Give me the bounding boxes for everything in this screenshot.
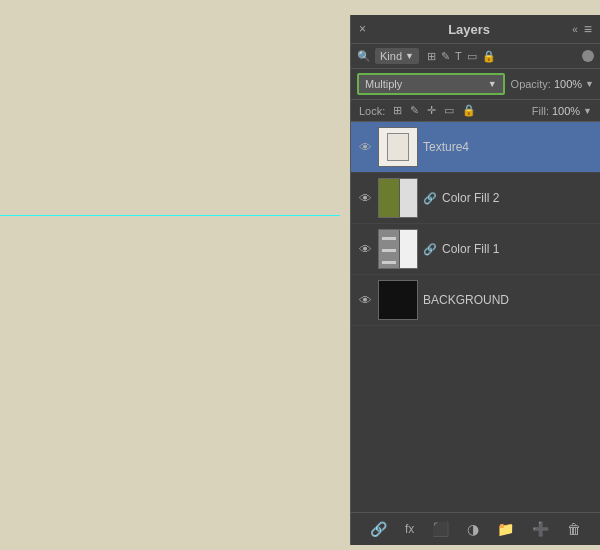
opacity-value[interactable]: 100%: [554, 78, 582, 90]
adjustment-filter-icon[interactable]: 🔒: [482, 50, 496, 63]
layer-name: Color Fill 2: [442, 191, 594, 205]
layer-name: Texture4: [423, 140, 594, 154]
group-layers-icon[interactable]: 📁: [497, 521, 514, 537]
opacity-group: Opacity: 100% ▼: [511, 78, 594, 90]
layer-thumbnail: [378, 229, 418, 269]
collapse-icon[interactable]: «: [572, 24, 578, 35]
fx-icon[interactable]: fx: [405, 522, 414, 536]
opacity-chevron-icon[interactable]: ▼: [585, 79, 594, 89]
thumb-right: [399, 179, 418, 218]
panel-header: × Layers « ≡: [351, 15, 600, 44]
delete-layer-icon[interactable]: 🗑: [567, 521, 581, 537]
panel-menu-button[interactable]: ≡: [584, 21, 592, 37]
fill-label: Fill:: [532, 105, 549, 117]
blend-mode-value: Multiply: [365, 78, 402, 90]
lock-position-icon[interactable]: ✎: [410, 104, 419, 117]
layer-visibility-toggle[interactable]: 👁: [357, 241, 373, 257]
thumb-right: [399, 230, 418, 269]
opacity-label: Opacity:: [511, 78, 551, 90]
layer-item[interactable]: 👁 Texture4: [351, 122, 600, 173]
search-icon: 🔍: [357, 50, 371, 63]
layer-mask-icon[interactable]: ⬛: [432, 521, 449, 537]
layer-link-icon: 🔗: [423, 192, 437, 205]
blend-row: Multiply ▼ Opacity: 100% ▼: [351, 69, 600, 100]
layers-panel: × Layers « ≡ 🔍 Kind ▼ ⊞ ✎ T ▭ 🔒 Multiply…: [350, 15, 600, 545]
layer-name: Color Fill 1: [442, 242, 594, 256]
layer-visibility-toggle[interactable]: 👁: [357, 292, 373, 308]
thumb-left: [379, 179, 399, 218]
lock-move-icon[interactable]: ✛: [427, 104, 436, 117]
panel-close-button[interactable]: ×: [359, 22, 366, 36]
kind-dropdown[interactable]: Kind ▼: [375, 48, 419, 64]
lock-icons: ⊞ ✎ ✛ ▭ 🔒: [393, 104, 476, 117]
kind-label: Kind: [380, 50, 402, 62]
new-layer-icon[interactable]: ➕: [532, 521, 549, 537]
layer-name: BACKGROUND: [423, 293, 594, 307]
layer-link-icon: 🔗: [423, 243, 437, 256]
layer-visibility-toggle[interactable]: 👁: [357, 139, 373, 155]
guide-line: [0, 215, 340, 216]
lock-all-icon[interactable]: 🔒: [462, 104, 476, 117]
layer-thumbnail: [378, 280, 418, 320]
panel-header-icons: « ≡: [572, 21, 592, 37]
blend-chevron-icon: ▼: [488, 79, 497, 89]
layer-item[interactable]: 👁 BACKGROUND: [351, 275, 600, 326]
thumb-left: [379, 230, 399, 269]
blend-mode-dropdown[interactable]: Multiply ▼: [357, 73, 505, 95]
text-filter-icon[interactable]: T: [455, 50, 462, 62]
lock-artboard-icon[interactable]: ▭: [444, 104, 454, 117]
kind-chevron-icon: ▼: [405, 51, 414, 61]
brush-filter-icon[interactable]: ✎: [441, 50, 450, 63]
adjustment-layer-icon[interactable]: ◑: [467, 521, 479, 537]
layer-visibility-toggle[interactable]: 👁: [357, 190, 373, 206]
pixel-filter-icon[interactable]: ⊞: [427, 50, 436, 63]
layer-thumbnail: [378, 178, 418, 218]
filter-toggle[interactable]: [582, 50, 594, 62]
bottom-toolbar: 🔗 fx ⬛ ◑ 📁 ➕ 🗑: [351, 512, 600, 545]
filter-row: 🔍 Kind ▼ ⊞ ✎ T ▭ 🔒: [351, 44, 600, 69]
layer-item[interactable]: 👁 🔗 Color Fill 2: [351, 173, 600, 224]
layer-thumbnail: [378, 127, 418, 167]
fill-value[interactable]: 100%: [552, 105, 580, 117]
fill-chevron-icon[interactable]: ▼: [583, 106, 592, 116]
lock-pixels-icon[interactable]: ⊞: [393, 104, 402, 117]
panel-title: Layers: [448, 22, 490, 37]
layer-item[interactable]: 👁 🔗 Color Fill 1: [351, 224, 600, 275]
filter-icons: ⊞ ✎ T ▭ 🔒: [427, 50, 496, 63]
lock-row: Lock: ⊞ ✎ ✛ ▭ 🔒 Fill: 100% ▼: [351, 100, 600, 122]
link-layers-icon[interactable]: 🔗: [370, 521, 387, 537]
fill-group: Fill: 100% ▼: [532, 105, 592, 117]
layers-list: 👁 Texture4 👁 🔗 Color Fill 2 👁: [351, 122, 600, 512]
shape-filter-icon[interactable]: ▭: [467, 50, 477, 63]
lock-label: Lock:: [359, 105, 385, 117]
